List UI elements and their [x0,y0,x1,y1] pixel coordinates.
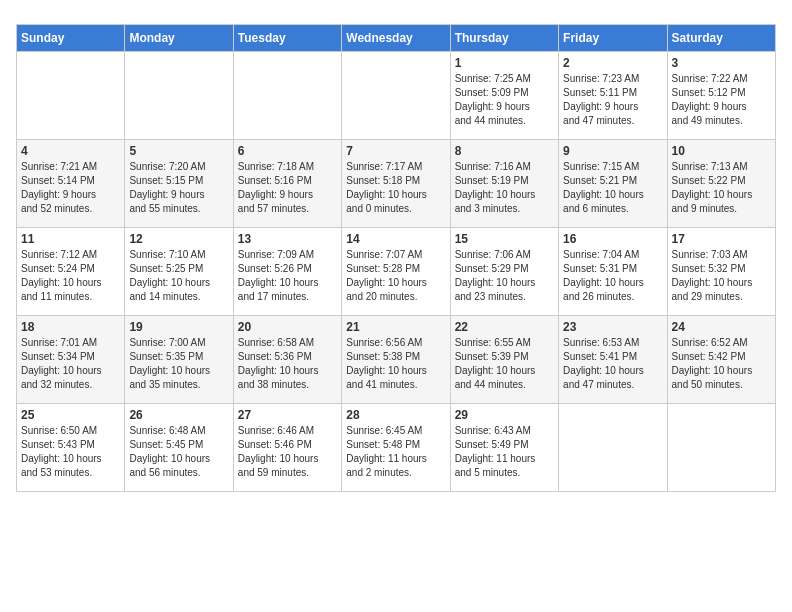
day-number: 29 [455,408,554,422]
cell-content: Sunrise: 7:12 AM Sunset: 5:24 PM Dayligh… [21,248,120,304]
calendar-cell: 15Sunrise: 7:06 AM Sunset: 5:29 PM Dayli… [450,228,558,316]
cell-content: Sunrise: 7:23 AM Sunset: 5:11 PM Dayligh… [563,72,662,128]
calendar-cell: 14Sunrise: 7:07 AM Sunset: 5:28 PM Dayli… [342,228,450,316]
calendar-cell: 27Sunrise: 6:46 AM Sunset: 5:46 PM Dayli… [233,404,341,492]
cell-content: Sunrise: 7:25 AM Sunset: 5:09 PM Dayligh… [455,72,554,128]
cell-content: Sunrise: 7:10 AM Sunset: 5:25 PM Dayligh… [129,248,228,304]
day-number: 12 [129,232,228,246]
cell-content: Sunrise: 7:21 AM Sunset: 5:14 PM Dayligh… [21,160,120,216]
day-number: 16 [563,232,662,246]
calendar-cell: 1Sunrise: 7:25 AM Sunset: 5:09 PM Daylig… [450,52,558,140]
calendar-cell: 18Sunrise: 7:01 AM Sunset: 5:34 PM Dayli… [17,316,125,404]
calendar-cell: 9Sunrise: 7:15 AM Sunset: 5:21 PM Daylig… [559,140,667,228]
cell-content: Sunrise: 6:52 AM Sunset: 5:42 PM Dayligh… [672,336,771,392]
day-number: 5 [129,144,228,158]
col-header-monday: Monday [125,25,233,52]
cell-content: Sunrise: 6:53 AM Sunset: 5:41 PM Dayligh… [563,336,662,392]
calendar-cell: 23Sunrise: 6:53 AM Sunset: 5:41 PM Dayli… [559,316,667,404]
cell-content: Sunrise: 7:00 AM Sunset: 5:35 PM Dayligh… [129,336,228,392]
calendar-cell: 4Sunrise: 7:21 AM Sunset: 5:14 PM Daylig… [17,140,125,228]
calendar-cell: 12Sunrise: 7:10 AM Sunset: 5:25 PM Dayli… [125,228,233,316]
calendar-cell: 26Sunrise: 6:48 AM Sunset: 5:45 PM Dayli… [125,404,233,492]
week-row-4: 18Sunrise: 7:01 AM Sunset: 5:34 PM Dayli… [17,316,776,404]
day-number: 27 [238,408,337,422]
cell-content: Sunrise: 7:22 AM Sunset: 5:12 PM Dayligh… [672,72,771,128]
calendar-cell: 8Sunrise: 7:16 AM Sunset: 5:19 PM Daylig… [450,140,558,228]
cell-content: Sunrise: 7:16 AM Sunset: 5:19 PM Dayligh… [455,160,554,216]
calendar-cell: 17Sunrise: 7:03 AM Sunset: 5:32 PM Dayli… [667,228,775,316]
cell-content: Sunrise: 6:48 AM Sunset: 5:45 PM Dayligh… [129,424,228,480]
day-number: 28 [346,408,445,422]
day-number: 15 [455,232,554,246]
day-number: 23 [563,320,662,334]
calendar-cell: 5Sunrise: 7:20 AM Sunset: 5:15 PM Daylig… [125,140,233,228]
calendar-cell: 13Sunrise: 7:09 AM Sunset: 5:26 PM Dayli… [233,228,341,316]
cell-content: Sunrise: 6:43 AM Sunset: 5:49 PM Dayligh… [455,424,554,480]
day-number: 6 [238,144,337,158]
calendar-cell: 24Sunrise: 6:52 AM Sunset: 5:42 PM Dayli… [667,316,775,404]
cell-content: Sunrise: 7:20 AM Sunset: 5:15 PM Dayligh… [129,160,228,216]
calendar-cell: 25Sunrise: 6:50 AM Sunset: 5:43 PM Dayli… [17,404,125,492]
cell-content: Sunrise: 6:46 AM Sunset: 5:46 PM Dayligh… [238,424,337,480]
calendar-cell: 2Sunrise: 7:23 AM Sunset: 5:11 PM Daylig… [559,52,667,140]
col-header-wednesday: Wednesday [342,25,450,52]
calendar-cell: 11Sunrise: 7:12 AM Sunset: 5:24 PM Dayli… [17,228,125,316]
cell-content: Sunrise: 6:58 AM Sunset: 5:36 PM Dayligh… [238,336,337,392]
col-header-thursday: Thursday [450,25,558,52]
day-number: 7 [346,144,445,158]
day-number: 22 [455,320,554,334]
col-header-friday: Friday [559,25,667,52]
day-number: 21 [346,320,445,334]
cell-content: Sunrise: 6:56 AM Sunset: 5:38 PM Dayligh… [346,336,445,392]
week-row-2: 4Sunrise: 7:21 AM Sunset: 5:14 PM Daylig… [17,140,776,228]
cell-content: Sunrise: 7:09 AM Sunset: 5:26 PM Dayligh… [238,248,337,304]
calendar-cell: 20Sunrise: 6:58 AM Sunset: 5:36 PM Dayli… [233,316,341,404]
day-number: 26 [129,408,228,422]
day-number: 18 [21,320,120,334]
day-number: 14 [346,232,445,246]
week-row-3: 11Sunrise: 7:12 AM Sunset: 5:24 PM Dayli… [17,228,776,316]
cell-content: Sunrise: 6:50 AM Sunset: 5:43 PM Dayligh… [21,424,120,480]
calendar-cell: 19Sunrise: 7:00 AM Sunset: 5:35 PM Dayli… [125,316,233,404]
calendar-cell: 6Sunrise: 7:18 AM Sunset: 5:16 PM Daylig… [233,140,341,228]
cell-content: Sunrise: 7:18 AM Sunset: 5:16 PM Dayligh… [238,160,337,216]
calendar-header-row: SundayMondayTuesdayWednesdayThursdayFrid… [17,25,776,52]
day-number: 19 [129,320,228,334]
calendar-cell: 22Sunrise: 6:55 AM Sunset: 5:39 PM Dayli… [450,316,558,404]
calendar-cell [559,404,667,492]
cell-content: Sunrise: 7:17 AM Sunset: 5:18 PM Dayligh… [346,160,445,216]
day-number: 8 [455,144,554,158]
cell-content: Sunrise: 7:15 AM Sunset: 5:21 PM Dayligh… [563,160,662,216]
calendar-cell [125,52,233,140]
cell-content: Sunrise: 6:45 AM Sunset: 5:48 PM Dayligh… [346,424,445,480]
calendar-cell: 29Sunrise: 6:43 AM Sunset: 5:49 PM Dayli… [450,404,558,492]
day-number: 2 [563,56,662,70]
calendar-cell: 7Sunrise: 7:17 AM Sunset: 5:18 PM Daylig… [342,140,450,228]
calendar-cell [17,52,125,140]
day-number: 24 [672,320,771,334]
cell-content: Sunrise: 7:06 AM Sunset: 5:29 PM Dayligh… [455,248,554,304]
calendar-cell: 28Sunrise: 6:45 AM Sunset: 5:48 PM Dayli… [342,404,450,492]
cell-content: Sunrise: 7:04 AM Sunset: 5:31 PM Dayligh… [563,248,662,304]
calendar-cell: 21Sunrise: 6:56 AM Sunset: 5:38 PM Dayli… [342,316,450,404]
day-number: 10 [672,144,771,158]
col-header-sunday: Sunday [17,25,125,52]
calendar-table: SundayMondayTuesdayWednesdayThursdayFrid… [16,24,776,492]
day-number: 17 [672,232,771,246]
cell-content: Sunrise: 7:13 AM Sunset: 5:22 PM Dayligh… [672,160,771,216]
day-number: 1 [455,56,554,70]
week-row-1: 1Sunrise: 7:25 AM Sunset: 5:09 PM Daylig… [17,52,776,140]
day-number: 9 [563,144,662,158]
day-number: 3 [672,56,771,70]
week-row-5: 25Sunrise: 6:50 AM Sunset: 5:43 PM Dayli… [17,404,776,492]
cell-content: Sunrise: 6:55 AM Sunset: 5:39 PM Dayligh… [455,336,554,392]
calendar-cell: 16Sunrise: 7:04 AM Sunset: 5:31 PM Dayli… [559,228,667,316]
day-number: 11 [21,232,120,246]
calendar-cell [342,52,450,140]
calendar-cell [233,52,341,140]
day-number: 13 [238,232,337,246]
cell-content: Sunrise: 7:03 AM Sunset: 5:32 PM Dayligh… [672,248,771,304]
col-header-tuesday: Tuesday [233,25,341,52]
calendar-cell: 10Sunrise: 7:13 AM Sunset: 5:22 PM Dayli… [667,140,775,228]
day-number: 4 [21,144,120,158]
